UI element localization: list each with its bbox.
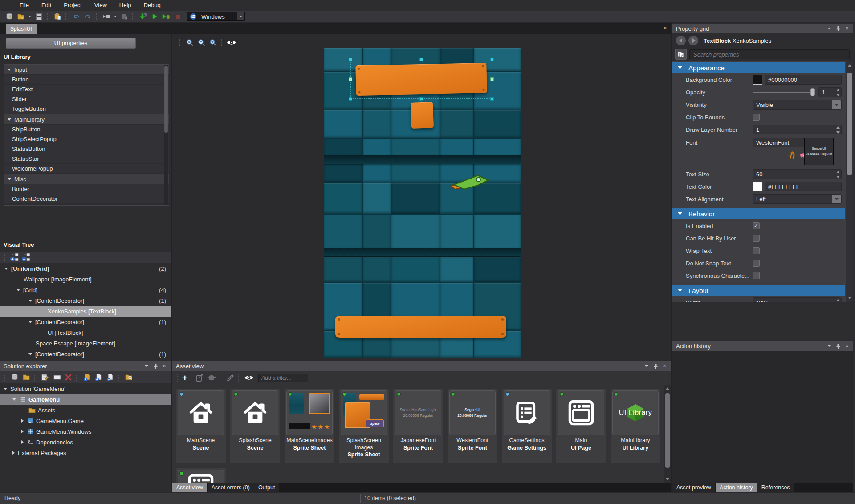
asset-tile[interactable]: SplashSceneScene xyxy=(230,389,280,463)
edit-asset-icon[interactable] xyxy=(225,373,236,383)
platform-dropdown-icon[interactable] xyxy=(237,12,244,20)
close-document-icon[interactable]: × xyxy=(663,24,667,31)
solution-item[interactable]: GameMenu xyxy=(0,394,171,405)
property-section-header[interactable]: Layout xyxy=(672,285,845,296)
search-properties-input[interactable] xyxy=(689,49,850,59)
library-item[interactable]: ShipSelectPopup xyxy=(4,134,169,144)
add-existing-item-icon[interactable] xyxy=(81,372,92,382)
asset-tile[interactable]: SpaceSplashScreen ImagesSprite Sheet xyxy=(339,389,389,463)
checkbox[interactable] xyxy=(753,272,760,279)
solution-item[interactable]: External Packages xyxy=(0,447,171,458)
number-field[interactable]: 60 xyxy=(753,169,842,179)
asset-tile[interactable]: MainUI Page xyxy=(556,389,606,463)
import-icon[interactable] xyxy=(52,12,63,21)
checkbox[interactable]: ✓ xyxy=(753,222,760,229)
library-item[interactable]: WelcomePopup xyxy=(4,163,169,173)
selection-handle[interactable] xyxy=(349,77,352,81)
asset-view-tab[interactable]: Asset view xyxy=(172,483,207,492)
library-item[interactable]: ToggleButton xyxy=(4,104,169,114)
property-grid-scrollbar[interactable] xyxy=(846,61,853,302)
library-item[interactable]: Button xyxy=(4,74,169,84)
asset-view-tab[interactable]: Output xyxy=(254,483,279,492)
menu-help[interactable]: Help xyxy=(113,0,138,11)
library-item[interactable]: ContentDecorator xyxy=(4,194,169,203)
library-group-header[interactable]: MainLibrary xyxy=(4,114,169,124)
explore-icon[interactable] xyxy=(123,372,134,382)
zoom-in-icon[interactable] xyxy=(208,37,218,47)
close-icon[interactable]: × xyxy=(161,363,168,369)
selection-handle[interactable] xyxy=(490,58,494,61)
checkbox[interactable] xyxy=(753,247,760,254)
selection-handle[interactable] xyxy=(490,77,494,81)
menu-file[interactable]: File xyxy=(13,0,35,11)
close-icon[interactable]: × xyxy=(843,25,851,32)
pin-icon[interactable] xyxy=(152,363,159,369)
add-new-item-icon[interactable] xyxy=(93,372,104,382)
slider-value-field[interactable]: 1 xyxy=(818,87,842,97)
pin-icon[interactable] xyxy=(835,25,842,32)
color-swatch[interactable] xyxy=(753,75,762,85)
number-field[interactable]: 1 xyxy=(753,125,842,134)
panel-menu-icon[interactable] xyxy=(143,363,150,369)
add-element-icon[interactable] xyxy=(9,252,20,262)
selection-handle[interactable] xyxy=(419,97,423,101)
ui-canvas[interactable] xyxy=(172,34,671,361)
asset-tile[interactable]: UI LibraryMainLibraryUI Library xyxy=(611,389,660,463)
copy-properties-icon[interactable] xyxy=(675,49,687,60)
menu-view[interactable]: View xyxy=(88,0,113,11)
back-icon[interactable] xyxy=(676,36,686,45)
right-dock-tab[interactable]: References xyxy=(757,483,794,492)
color-value-field[interactable]: #00000000 xyxy=(765,75,842,85)
delete-icon[interactable] xyxy=(63,372,73,382)
selection-handle[interactable] xyxy=(349,58,352,61)
template-icon[interactable] xyxy=(206,373,217,383)
close-icon[interactable]: × xyxy=(661,363,668,369)
dropdown[interactable]: Left xyxy=(753,194,842,204)
add-asset-button[interactable]: + xyxy=(182,374,190,382)
visual-tree-row[interactable]: XenkoSamples [TextBlock] xyxy=(0,306,172,317)
ui-sign[interactable] xyxy=(411,102,434,129)
property-section-header[interactable]: Behavior xyxy=(672,208,845,219)
forward-icon[interactable] xyxy=(688,36,698,45)
asset-tile[interactable] xyxy=(176,468,226,483)
close-icon[interactable]: × xyxy=(843,343,851,349)
asset-tile[interactable]: SourceHanSans-Light26.66666 RegularJapan… xyxy=(393,389,443,463)
solution-item[interactable]: CGameMenu.Game xyxy=(0,415,171,426)
menu-edit[interactable]: Edit xyxy=(35,0,57,11)
library-item[interactable]: EditText xyxy=(4,84,169,94)
asset-tile[interactable]: Segoe UI26.66666 RegularWesternFontSprit… xyxy=(448,389,497,463)
new-item-icon[interactable] xyxy=(21,372,32,382)
fetch-assets-icon[interactable]: 0110 xyxy=(138,12,148,21)
library-scrollbar[interactable] xyxy=(164,65,168,206)
visibility-icon[interactable] xyxy=(244,373,254,383)
visual-tree-row[interactable]: [ContentDecorator](1) xyxy=(0,349,172,359)
asset-view-scrollbar[interactable] xyxy=(664,385,671,483)
save-icon[interactable] xyxy=(33,12,44,21)
visual-tree-row[interactable]: Space Escape [ImageElement] xyxy=(0,338,172,349)
new-project-icon[interactable] xyxy=(9,372,20,382)
capture-icon[interactable] xyxy=(101,12,112,21)
opacity-slider[interactable] xyxy=(753,87,815,97)
library-item[interactable]: StatusStar xyxy=(4,154,169,163)
visual-tree-row[interactable]: [ContentDecorator](1) xyxy=(0,295,172,306)
chevron-down-icon[interactable] xyxy=(832,100,841,109)
stop-icon[interactable] xyxy=(172,12,183,21)
rename-icon[interactable] xyxy=(51,372,62,382)
library-group-header[interactable]: Misc xyxy=(4,174,169,184)
panel-menu-icon[interactable] xyxy=(643,363,650,369)
touch-start-banner[interactable] xyxy=(335,316,506,338)
panel-menu-icon[interactable] xyxy=(826,25,833,32)
solution-item[interactable]: GameMenu.Windows xyxy=(0,426,171,437)
menu-project[interactable]: Project xyxy=(57,0,88,11)
visual-tree-row[interactable]: [Grid](4) xyxy=(0,285,172,295)
library-group-header[interactable]: Input xyxy=(4,65,169,74)
selection-box[interactable] xyxy=(350,60,492,99)
panel-menu-icon[interactable] xyxy=(826,343,833,349)
space-escape-logo[interactable] xyxy=(354,181,492,257)
splash-screen-preview[interactable] xyxy=(324,48,521,358)
asset-tile[interactable]: MainSceneScene xyxy=(176,389,226,463)
chevron-down-icon[interactable] xyxy=(832,195,841,203)
right-dock-tab[interactable]: Asset preview xyxy=(672,483,715,492)
visual-tree-row[interactable]: Wallpaper [ImageElement] xyxy=(0,274,172,285)
zoom-out-icon[interactable] xyxy=(196,37,207,47)
